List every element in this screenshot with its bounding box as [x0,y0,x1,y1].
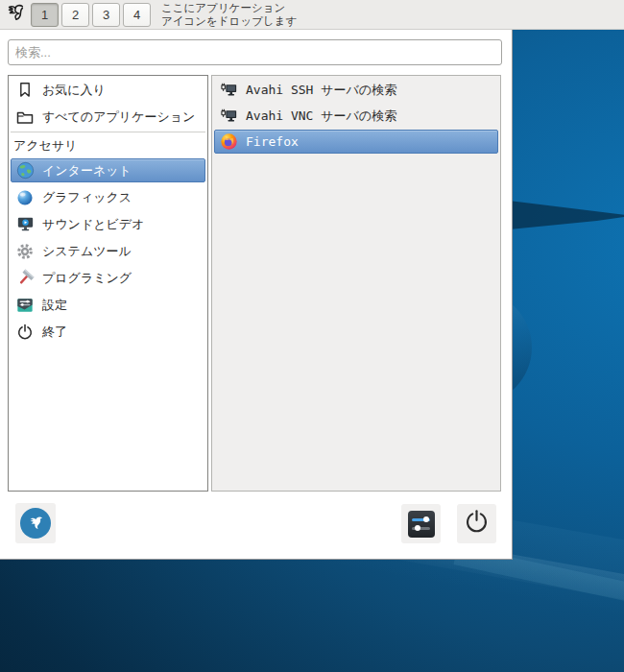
network-monitor-icon [219,81,238,100]
media-player-icon [15,215,35,234]
app-label: Avahi SSH サーバの検索 [246,82,396,99]
network-monitor-icon [219,107,238,126]
workspace-button-1[interactable]: 1 [31,3,59,27]
category-list: お気に入り すべてのアプリケーション アクセサリ [8,75,208,492]
workspace-button-3[interactable]: 3 [92,3,120,27]
settings-manager-icon [408,511,435,538]
app-label: Avahi VNC サーバの検索 [246,108,396,125]
category-item-logout[interactable]: 終了 [11,320,205,344]
hummingbird-logo-icon [20,508,51,539]
category-item-multimedia[interactable]: サウンドとビデオ [11,212,205,236]
app-item-avahi-ssh[interactable]: Avahi SSH サーバの検索 [214,78,498,102]
launcher-drop-hint: ここにアプリケーション アイコンをドロップします [161,1,297,28]
firefox-icon [219,132,238,152]
app-label: Firefox [246,134,299,149]
application-list: Avahi SSH サーバの検索 Avahi VNC サーバの検索 [211,75,501,492]
workspace-button-4[interactable]: 4 [123,3,151,27]
category-item-system-tools[interactable]: システムツール [11,239,205,263]
distro-logo-button[interactable] [15,503,56,543]
bookmark-icon [15,81,35,100]
power-icon [15,323,35,342]
category-label: システムツール [42,243,132,260]
category-item-graphics[interactable]: グラフィックス [11,185,205,209]
category-label: 設定 [42,297,67,314]
category-item-favorites[interactable]: お気に入り [11,78,205,102]
power-icon [464,509,490,539]
desktop: 1 2 3 4 ここにアプリケーション アイコンをドロップします お気に入り す… [0,0,624,672]
app-item-avahi-vnc[interactable]: Avahi VNC サーバの検索 [214,104,498,128]
hummingbird-icon [5,1,26,28]
app-item-firefox[interactable]: Firefox [214,130,498,154]
category-label: インターネット [42,162,132,180]
category-label: グラフィックス [42,189,132,206]
globe-icon [15,161,35,180]
drop-hint-line1: ここにアプリケーション [161,1,297,14]
folder-icon [15,108,35,127]
category-item-accessories[interactable]: アクセサリ [11,135,205,156]
hatchet-icon [15,269,35,288]
settings-icon [15,296,35,315]
category-item-internet[interactable]: インターネット [11,158,205,182]
category-item-development[interactable]: プログラミング [11,266,205,290]
category-label: サウンドとビデオ [42,216,144,233]
workspace-button-2[interactable]: 2 [61,3,89,27]
top-panel: 1 2 3 4 ここにアプリケーション アイコンをドロップします [0,0,624,30]
category-item-settings[interactable]: 設定 [11,293,205,317]
category-label: 終了 [42,324,67,341]
settings-manager-button[interactable] [401,504,441,543]
category-item-all-applications[interactable]: すべてのアプリケーション [11,105,205,129]
category-separator [11,132,205,132]
wallpaper-wedge-shape [507,194,624,230]
gear-icon [15,242,35,261]
category-label: プログラミング [42,270,132,287]
category-label: すべてのアプリケーション [42,108,195,126]
logout-button[interactable] [457,504,496,543]
whisker-menu: お気に入り すべてのアプリケーション アクセサリ [0,30,513,560]
search-input[interactable] [8,39,502,65]
orb-icon [15,188,35,207]
category-label: お気に入り [42,82,106,99]
drop-hint-line2: アイコンをドロップします [161,14,297,28]
whisker-menu-button[interactable] [4,2,27,28]
category-label: アクセサリ [13,137,78,155]
